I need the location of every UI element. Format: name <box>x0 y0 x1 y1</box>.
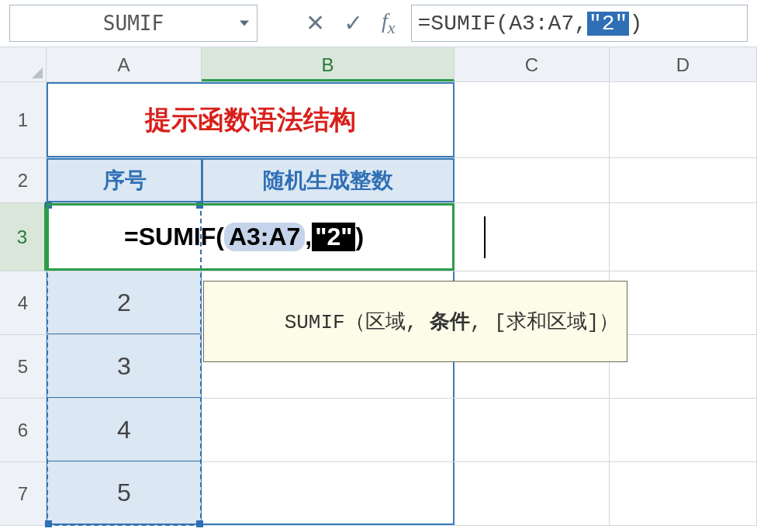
function-syntax-tooltip: SUMIF（区域, 条件, [求和区域]） <box>203 281 627 362</box>
formula-bar-row: SUMIF ✕ ✓ fx =SUMIF(A3:A7,"2") <box>0 0 757 47</box>
cell-C2[interactable] <box>455 158 610 202</box>
cancel-icon[interactable]: ✕ <box>306 12 325 35</box>
cell-A7-value: 5 <box>117 478 131 507</box>
cell-D6[interactable] <box>610 399 757 461</box>
name-box-dropdown-icon[interactable] <box>240 21 249 26</box>
cell-A2[interactable]: 序号 <box>47 158 202 202</box>
tooltip-p2: 条件 <box>417 311 470 334</box>
header-B: 随机生成整数 <box>263 166 393 195</box>
formula-bar-controls: ✕ ✓ fx <box>306 9 396 38</box>
edit-comma: , <box>305 223 312 251</box>
cell-B2[interactable]: 随机生成整数 <box>202 158 455 202</box>
cell-A6-value: 4 <box>117 416 131 444</box>
header-A: 序号 <box>103 166 147 195</box>
row-7: 7 5 <box>0 462 757 526</box>
text-cursor <box>484 216 486 258</box>
cell-A5[interactable]: 3 <box>47 335 202 398</box>
cell-B6[interactable] <box>202 399 455 461</box>
row-header-4[interactable]: 4 <box>0 271 47 334</box>
cell-A1-B1-merged[interactable]: 提示函数语法结构 <box>47 82 455 157</box>
title-text: 提示函数语法结构 <box>145 102 356 138</box>
formula-prefix: =SUMIF(A3:A7, <box>418 12 587 36</box>
col-header-D[interactable]: D <box>610 47 757 81</box>
col-header-C[interactable]: C <box>455 47 610 81</box>
cell-A5-value: 3 <box>117 352 131 381</box>
tooltip-fn: SUMIF <box>285 311 345 334</box>
cell-B7[interactable] <box>202 462 455 525</box>
edit-criteria: "2" <box>312 223 355 251</box>
cell-C7[interactable] <box>455 462 610 525</box>
column-headers: A B C D <box>0 47 757 82</box>
row-header-5[interactable]: 5 <box>0 335 47 398</box>
edit-fn: SUMIF( <box>139 223 224 251</box>
tooltip-p1: （区域, <box>345 311 418 334</box>
formula-bar-input[interactable]: =SUMIF(A3:A7,"2") <box>411 5 748 42</box>
edit-range: A3:A7 <box>224 223 305 251</box>
col-header-B[interactable]: B <box>202 47 455 81</box>
name-box-value: SUMIF <box>103 12 164 35</box>
name-box[interactable]: SUMIF <box>9 5 258 42</box>
col-header-A[interactable]: A <box>47 47 202 81</box>
row-header-6[interactable]: 6 <box>0 399 47 461</box>
cell-D1[interactable] <box>610 82 757 157</box>
tooltip-p3: , [求和区域]） <box>470 311 619 334</box>
fx-icon[interactable]: fx <box>382 9 396 38</box>
cell-C1[interactable] <box>455 82 610 157</box>
cell-D5[interactable] <box>610 335 757 398</box>
cell-A6[interactable]: 4 <box>47 399 202 461</box>
cell-D4[interactable] <box>610 271 757 334</box>
confirm-icon[interactable]: ✓ <box>344 12 363 35</box>
row-2: 2 序号 随机生成整数 <box>0 158 757 203</box>
spreadsheet-grid: A B C D 1 提示函数语法结构 2 序号 随机生成整数 <box>0 47 757 526</box>
edit-prefix: = <box>124 223 139 251</box>
cell-C6[interactable] <box>455 399 610 461</box>
cell-D3[interactable] <box>610 203 757 271</box>
row-header-3[interactable]: 3 <box>0 203 47 271</box>
row-6: 6 4 <box>0 399 757 462</box>
select-all-corner[interactable] <box>0 47 47 81</box>
edit-close: ) <box>355 223 364 251</box>
formula-suffix: ) <box>629 12 642 36</box>
cell-A4-value: 2 <box>117 288 131 317</box>
row-header-1[interactable]: 1 <box>0 82 47 157</box>
row-3: 3 =SUMIF(A3:A7,"2") <box>0 203 757 271</box>
formula-selected: "2" <box>587 12 629 36</box>
row-1: 1 提示函数语法结构 <box>0 82 757 158</box>
cell-D7[interactable] <box>610 462 757 525</box>
cell-A7[interactable]: 5 <box>47 462 202 525</box>
row-header-7[interactable]: 7 <box>0 462 47 525</box>
cell-A4[interactable]: 2 <box>47 271 202 334</box>
cell-D2[interactable] <box>610 158 757 202</box>
cell-edit-overlay[interactable]: =SUMIF(A3:A7,"2") <box>47 203 489 271</box>
row-header-2[interactable]: 2 <box>0 158 47 202</box>
rows-container: 1 提示函数语法结构 2 序号 随机生成整数 3 <box>0 82 757 526</box>
